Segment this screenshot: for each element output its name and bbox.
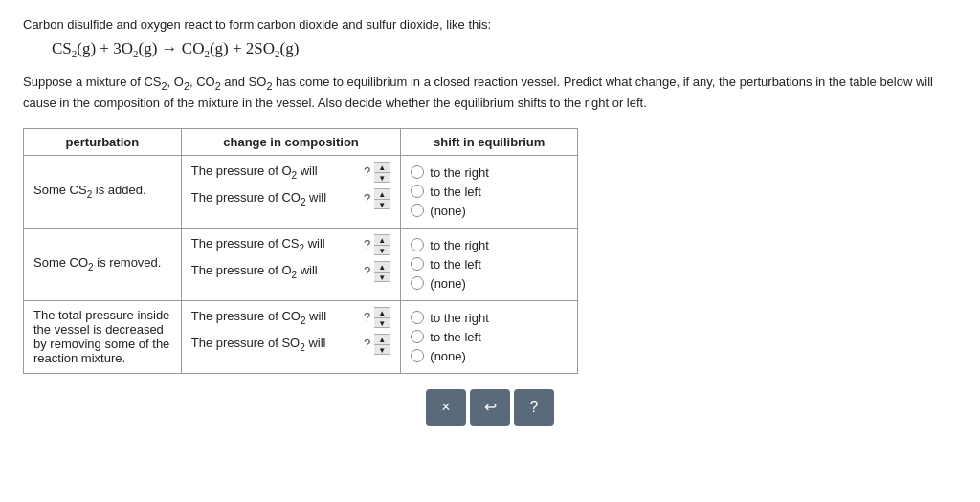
shift-label: to the right (430, 238, 488, 252)
equilibrium-table: perturbation change in composition shift… (23, 128, 578, 374)
arrow-down[interactable]: ▼ (374, 173, 390, 183)
arrow-up[interactable]: ▲ (374, 308, 390, 318)
radio-right-3[interactable] (411, 311, 424, 324)
arrow-up[interactable]: ▲ (374, 335, 390, 345)
shift-option-none-2[interactable]: (none) (411, 276, 568, 291)
radio-right-1[interactable] (411, 165, 424, 179)
select-container[interactable]: ▲ ▼ (374, 334, 390, 355)
dropdown-q-label: ? (364, 310, 370, 324)
composition-label: The pressure of CO2 will (191, 190, 358, 207)
arrow-up[interactable]: ▲ (374, 189, 390, 200)
col-header-perturbation: perturbation (24, 128, 182, 155)
shift-cell-2: to the right to the left (none) (401, 228, 578, 300)
chemical-equation: CS2(g) + 3O2(g) → CO2(g) + 2SO2(g) (52, 39, 957, 59)
dropdown-q-label: ? (364, 164, 370, 179)
select-arrows[interactable]: ▲ ▼ (374, 261, 390, 282)
radio-none-1[interactable] (411, 204, 424, 217)
shift-label: (none) (430, 276, 466, 291)
shift-option-right-2[interactable]: to the right (411, 238, 568, 252)
shift-cell-1: to the right to the left (none) (401, 155, 578, 228)
select-container[interactable]: ▲ ▼ (374, 261, 390, 282)
shift-label: to the left (430, 330, 480, 344)
shift-label: to the left (430, 257, 480, 272)
dropdown-wrapper: ? ▲ ▼ (364, 188, 390, 209)
col-header-composition: change in composition (181, 128, 401, 155)
shift-option-left-1[interactable]: to the left (411, 185, 568, 199)
composition-cell-3: The pressure of CO2 will ? ▲ ▼ The press… (181, 300, 401, 373)
arrow-up[interactable]: ▲ (374, 163, 390, 173)
composition-row: The pressure of O2 will ? ▲ ▼ (191, 162, 391, 183)
table-row: The total pressure inside the vessel is … (24, 300, 578, 373)
table-row: Some CO2 is removed. The pressure of CS2… (24, 228, 578, 300)
arrow-up[interactable]: ▲ (374, 262, 390, 273)
shift-option-none-1[interactable]: (none) (411, 204, 568, 218)
shift-cell-3: to the right to the left (none) (401, 300, 578, 373)
bottom-buttons: × ↩ ? (23, 389, 957, 426)
select-container[interactable]: ▲ ▼ (374, 188, 390, 209)
dropdown-q-label: ? (364, 237, 370, 251)
description-text: Suppose a mixture of CS2, O2, CO2 and SO… (23, 73, 957, 112)
select-arrows[interactable]: ▲ ▼ (374, 334, 390, 355)
intro-text: Carbon disulfide and oxygen react to for… (23, 17, 957, 32)
shift-option-right-3[interactable]: to the right (411, 311, 568, 325)
dropdown-wrapper: ? ▲ ▼ (364, 162, 390, 183)
shift-label: to the left (430, 185, 480, 199)
dropdown-wrapper: ? ▲ ▼ (364, 261, 390, 282)
composition-label: The pressure of CO2 will (191, 309, 358, 326)
arrow-up[interactable]: ▲ (374, 235, 390, 246)
shift-label: (none) (430, 349, 466, 363)
arrow-down[interactable]: ▼ (374, 273, 390, 282)
composition-cell-2: The pressure of CS2 will ? ▲ ▼ The press… (181, 228, 401, 300)
composition-label: The pressure of SO2 will (191, 336, 358, 353)
perturbation-cell-1: Some CS2 is added. (24, 155, 182, 228)
dropdown-wrapper: ? ▲ ▼ (364, 234, 390, 255)
select-arrows[interactable]: ▲ ▼ (374, 162, 390, 183)
composition-label: The pressure of CS2 will (191, 236, 358, 253)
select-arrows[interactable]: ▲ ▼ (374, 234, 390, 255)
col-header-shift: shift in equilibrium (401, 128, 578, 155)
shift-option-right-1[interactable]: to the right (411, 165, 568, 180)
radio-none-2[interactable] (411, 276, 424, 290)
undo-button[interactable]: ↩ (470, 389, 510, 426)
dropdown-q-label: ? (364, 264, 370, 278)
composition-row: The pressure of CS2 will ? ▲ ▼ (191, 234, 391, 255)
shift-label: (none) (430, 204, 466, 218)
radio-left-1[interactable] (411, 185, 424, 198)
select-container[interactable]: ▲ ▼ (374, 234, 390, 255)
radio-left-3[interactable] (411, 330, 424, 343)
radio-left-2[interactable] (411, 257, 424, 271)
perturbation-cell-2: Some CO2 is removed. (24, 228, 182, 300)
shift-options: to the right to the left (none) (411, 162, 568, 222)
dropdown-q-label: ? (364, 337, 370, 351)
table-row: Some CS2 is added. The pressure of O2 wi… (24, 155, 578, 228)
shift-option-none-3[interactable]: (none) (411, 349, 568, 363)
shift-options: to the right to the left (none) (411, 307, 568, 367)
shift-options: to the right to the left (none) (411, 234, 568, 295)
radio-right-2[interactable] (411, 238, 424, 251)
select-container[interactable]: ▲ ▼ (374, 307, 390, 328)
dropdown-wrapper: ? ▲ ▼ (364, 334, 390, 355)
select-container[interactable]: ▲ ▼ (374, 162, 390, 183)
composition-row: The pressure of SO2 will ? ▲ ▼ (191, 334, 391, 355)
select-arrows[interactable]: ▲ ▼ (374, 188, 390, 209)
close-button[interactable]: × (426, 389, 466, 426)
composition-label: The pressure of O2 will (191, 263, 358, 280)
arrow-down[interactable]: ▼ (374, 246, 390, 255)
shift-option-left-3[interactable]: to the left (411, 330, 568, 344)
dropdown-wrapper: ? ▲ ▼ (364, 307, 390, 328)
dropdown-q-label: ? (364, 191, 370, 206)
shift-label: to the right (430, 311, 488, 325)
arrow-down[interactable]: ▼ (374, 345, 390, 355)
arrow-down[interactable]: ▼ (374, 200, 390, 209)
help-button[interactable]: ? (514, 389, 554, 426)
composition-cell-1: The pressure of O2 will ? ▲ ▼ The pressu… (181, 155, 401, 228)
radio-none-3[interactable] (411, 349, 424, 362)
composition-row: The pressure of CO2 will ? ▲ ▼ (191, 307, 391, 328)
shift-label: to the right (430, 165, 488, 180)
shift-option-left-2[interactable]: to the left (411, 257, 568, 272)
composition-row: The pressure of CO2 will ? ▲ ▼ (191, 188, 391, 209)
arrow-down[interactable]: ▼ (374, 318, 390, 328)
select-arrows[interactable]: ▲ ▼ (374, 307, 390, 328)
composition-row: The pressure of O2 will ? ▲ ▼ (191, 261, 391, 282)
perturbation-cell-3: The total pressure inside the vessel is … (24, 300, 182, 373)
